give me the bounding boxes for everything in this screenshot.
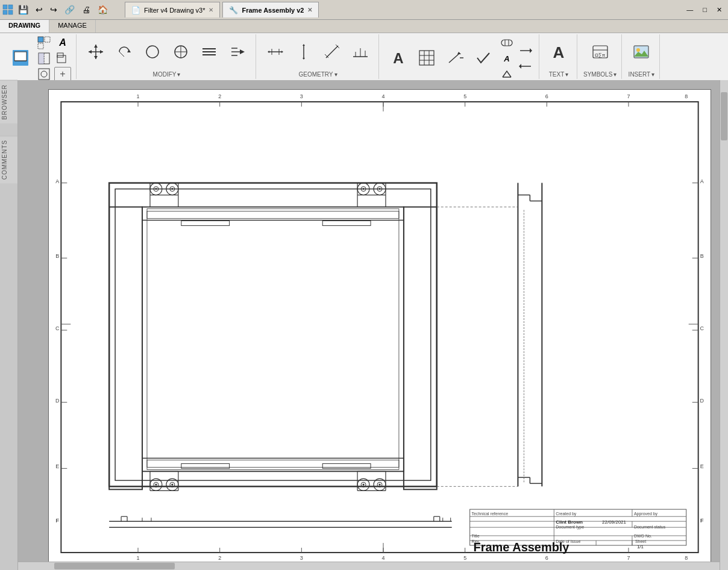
- svg-rect-180: [322, 221, 371, 225]
- detail-view-btn[interactable]: [36, 67, 52, 81]
- svg-point-25: [146, 46, 158, 58]
- dim-horiz-btn[interactable]: [262, 37, 289, 69]
- symbols-group: Ω∑π SYMBOLS ▾: [579, 34, 622, 79]
- text-style-btn[interactable]: A: [545, 37, 572, 69]
- svg-text:3: 3: [300, 93, 303, 99]
- svg-line-56: [449, 53, 460, 63]
- move-icon: [87, 43, 104, 62]
- move-btn[interactable]: [83, 37, 109, 69]
- text-dropdown-icon[interactable]: ▾: [565, 71, 568, 78]
- dim-vert-btn[interactable]: [290, 37, 317, 69]
- svg-point-71: [636, 48, 640, 52]
- trim-btn[interactable]: [224, 37, 251, 69]
- svg-text:C: C: [55, 325, 60, 331]
- base-view-icon: [11, 49, 30, 69]
- arrow-left-btn[interactable]: [517, 59, 534, 74]
- horizontal-scroll-thumb[interactable]: [54, 563, 175, 569]
- svg-rect-182: [322, 463, 371, 468]
- inspect-btn[interactable]: [498, 36, 515, 50]
- svg-text:8: 8: [685, 555, 688, 561]
- quick-home-btn[interactable]: 🏠: [95, 4, 110, 16]
- create-text-col: A +: [54, 36, 71, 81]
- svg-rect-181: [181, 463, 230, 468]
- modify-group: MODIFY ▾: [78, 34, 256, 79]
- circle-tool-btn[interactable]: [139, 37, 166, 69]
- frame-tab-close[interactable]: ✕: [307, 7, 312, 13]
- crosshair-btn[interactable]: [168, 37, 194, 69]
- projected-view-btn[interactable]: [36, 36, 52, 50]
- hatch-btn[interactable]: [196, 37, 222, 69]
- arrow-right-btn[interactable]: [517, 43, 534, 58]
- surface-btn[interactable]: A: [498, 51, 515, 66]
- minimize-btn[interactable]: —: [683, 6, 697, 14]
- quick-link-btn[interactable]: 🔗: [62, 4, 77, 16]
- svg-text:8: 8: [685, 93, 688, 99]
- quick-print-btn[interactable]: 🖨: [80, 4, 93, 16]
- symbols-dropdown-icon[interactable]: ▾: [613, 71, 617, 78]
- svg-rect-3: [8, 10, 13, 14]
- svg-text:A: A: [55, 178, 59, 184]
- quick-undo-btn[interactable]: ↩: [33, 4, 45, 16]
- tab-drawing[interactable]: DRAWING: [0, 20, 49, 33]
- text-dim-btn[interactable]: A: [385, 43, 412, 74]
- svg-point-151: [363, 188, 365, 190]
- insert-image-btn[interactable]: [628, 37, 654, 69]
- titlebar: 💾 ↩ ↪ 🔗 🖨 🏠 📄 Filter v4 Drawing v3* ✕ 🔧 …: [0, 0, 728, 20]
- geometry-group: GEOMETRY ▾: [257, 34, 379, 79]
- filter-tab-close[interactable]: ✕: [209, 7, 213, 13]
- svg-text:7: 7: [627, 93, 630, 99]
- geometry-dropdown-icon[interactable]: ▾: [334, 71, 337, 78]
- frame-tab-label: Frame Assembly v2: [242, 7, 304, 14]
- quick-save-btn[interactable]: 💾: [16, 4, 31, 16]
- insert-dropdown-icon[interactable]: ▾: [651, 71, 654, 78]
- table-dim-btn[interactable]: [413, 43, 440, 74]
- vertical-scrollbar[interactable]: [720, 80, 728, 570]
- quick-redo-btn[interactable]: ↪: [48, 4, 60, 16]
- add-view-btn[interactable]: +: [54, 67, 71, 81]
- svg-rect-8: [45, 37, 50, 42]
- svg-rect-130: [115, 189, 431, 481]
- browser-sidebar-item[interactable]: BROWSER: [0, 80, 17, 124]
- dim-vert-icon: [295, 43, 312, 62]
- modify-dropdown-icon[interactable]: ▾: [177, 71, 180, 78]
- dim-baseline-btn[interactable]: [347, 37, 374, 69]
- comments-sidebar-item[interactable]: COMMENTS: [0, 136, 17, 183]
- tab-manage[interactable]: MANAGE: [49, 20, 96, 33]
- svg-text:1/1: 1/1: [637, 544, 644, 550]
- svg-point-14: [41, 71, 47, 77]
- check-dim-btn[interactable]: [470, 43, 497, 74]
- table-dim-icon: [418, 49, 435, 68]
- frame-tab[interactable]: 🔧 Frame Assembly v2 ✕: [222, 2, 319, 17]
- svg-line-24: [119, 52, 124, 57]
- text-annotation-btn[interactable]: A: [54, 36, 71, 50]
- svg-text:E: E: [55, 463, 59, 469]
- maximize-btn[interactable]: □: [699, 6, 711, 14]
- svg-text:22/09/2021: 22/09/2021: [602, 519, 626, 525]
- svg-text:Document type: Document type: [556, 525, 584, 530]
- svg-rect-0: [3, 5, 7, 9]
- svg-marker-21: [89, 50, 92, 54]
- window-controls: — □ ✕: [683, 6, 726, 14]
- dim-small-col: A: [498, 36, 515, 81]
- create-small-col: [36, 36, 52, 81]
- dim-aligned-btn[interactable]: [319, 37, 345, 69]
- horizontal-scrollbar[interactable]: [18, 562, 720, 570]
- section-view-btn[interactable]: [36, 51, 52, 66]
- svg-rect-129: [109, 183, 437, 487]
- rotate-btn[interactable]: [111, 37, 137, 69]
- vertical-scroll-thumb[interactable]: [721, 92, 727, 140]
- app-icon: [2, 4, 13, 15]
- component-view-btn[interactable]: [54, 51, 71, 66]
- ribbon-tabs: DRAWING MANAGE: [0, 20, 728, 33]
- svg-text:4: 4: [381, 93, 384, 99]
- new-base-view-btn[interactable]: [7, 43, 34, 74]
- leader-btn[interactable]: [442, 43, 468, 74]
- filter-tab[interactable]: 📄 Filter v4 Drawing v3* ✕: [125, 2, 220, 17]
- svg-marker-22: [100, 50, 103, 54]
- svg-marker-43: [303, 58, 305, 60]
- svg-text:E: E: [700, 463, 704, 469]
- weld-btn[interactable]: [498, 67, 515, 81]
- svg-rect-134: [147, 208, 399, 218]
- symbols-btn[interactable]: Ω∑π: [587, 37, 613, 69]
- close-btn[interactable]: ✕: [713, 6, 726, 14]
